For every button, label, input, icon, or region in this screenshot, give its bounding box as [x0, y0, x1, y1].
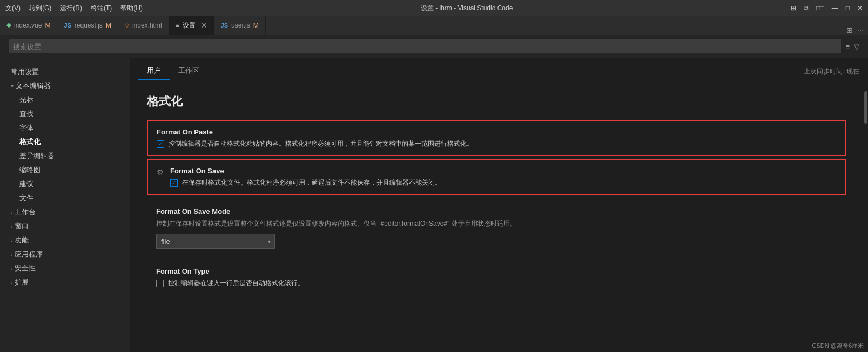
format-on-type-checkbox[interactable] — [156, 280, 164, 287]
sidebar-item-label: 光标 — [19, 96, 33, 104]
content: 常用设置 ▾ 文本编辑器 光标 查找 字体 格式化 差异编辑器 缩略图 — [0, 58, 868, 352]
sidebar-item-label: 差异编辑器 — [19, 152, 55, 160]
format-on-type-item: Format On Type 控制编辑器在键入一行后是否自动格式化该行。 — [147, 259, 846, 296]
window-maximize-btn[interactable]: □ — [846, 4, 850, 12]
vue-icon: ◆ — [6, 22, 11, 29]
js2-icon: JS — [221, 22, 228, 29]
titlebar-menu: 文(V) 转到(G) 运行(R) 终端(T) 帮助(H) — [5, 4, 143, 13]
sidebar-item-label: 功能 — [15, 235, 29, 245]
tab-label: request.js — [75, 22, 103, 29]
tab-index-html[interactable]: ◇ index.html — [118, 16, 169, 35]
menu-terminal[interactable]: 终端(T) — [91, 4, 112, 13]
tab-settings[interactable]: ≡ 设置 ✕ — [169, 16, 214, 35]
settings-icon: ≡ — [176, 22, 179, 29]
format-on-save-mode-select-wrapper: file modifications modificationsIfAvaila… — [156, 234, 275, 249]
menu-goto[interactable]: 转到(G) — [29, 4, 51, 13]
format-on-paste-checkbox[interactable] — [157, 140, 164, 148]
format-on-save-mode-select[interactable]: file modifications modificationsIfAvaila… — [156, 234, 275, 249]
html-icon: ◇ — [125, 22, 129, 29]
filter-icon[interactable]: ≡ — [845, 43, 850, 51]
sidebar-item-files[interactable]: 文件 — [0, 191, 130, 205]
more-tabs-btn[interactable]: ··· — [857, 26, 864, 35]
sidebar-item-label: 安全性 — [15, 263, 36, 273]
sidebar-item-label: 工作台 — [15, 207, 36, 217]
sidebar-item-workbench[interactable]: › 工作台 — [0, 205, 130, 219]
sort-icon[interactable]: ▽ — [854, 43, 859, 51]
sidebar-item-cursor[interactable]: 光标 — [0, 93, 130, 107]
format-on-type-desc: 控制编辑器在键入一行后是否自动格式化该行。 — [168, 279, 304, 288]
format-on-save-info: Format On Save 在保存时格式化文件。格式化程序必须可用，延迟后文件… — [170, 167, 837, 187]
sync-status: 上次同步时间: 现在 — [804, 67, 859, 76]
tab-modified: M — [106, 22, 111, 29]
format-on-paste-title: Format On Paste — [157, 128, 837, 136]
sidebar-item-features[interactable]: › 功能 — [0, 233, 130, 247]
tab-request-js[interactable]: JS request.js M — [57, 16, 118, 35]
watermark: CSDN @离奇6厘米 — [812, 342, 864, 350]
format-on-type-title: Format On Type — [156, 267, 837, 275]
format-on-save-item: ⚙ Format On Save 在保存时格式化文件。格式化程序必须可用，延迟后… — [147, 159, 846, 195]
sidebar-item-format[interactable]: 格式化 — [0, 135, 130, 149]
searchbar: ≡ ▽ — [0, 35, 868, 58]
window-layout-btn[interactable]: ⊞ — [791, 4, 796, 12]
format-on-paste-item: Format On Paste 控制编辑器是否自动格式化粘贴的内容。格式化程序必… — [147, 120, 846, 156]
tab-close-settings[interactable]: ✕ — [201, 21, 207, 30]
sidebar-item-diff-editor[interactable]: 差异编辑器 — [0, 149, 130, 163]
scrollbar-thumb[interactable] — [864, 91, 867, 124]
settings-panel: 格式化 Format On Paste 控制编辑器是否自动格式化粘贴的内容。格式… — [130, 80, 868, 352]
tab-index-vue[interactable]: ◆ index.vue M — [0, 16, 57, 35]
sidebar-item-extensions[interactable]: › 扩展 — [0, 275, 130, 289]
tab-user[interactable]: 用户 — [138, 63, 170, 80]
window-close-btn[interactable]: ✕ — [857, 4, 863, 12]
tab-modified: M — [45, 22, 50, 29]
search-input[interactable] — [9, 39, 841, 53]
settings-tabs: 用户 工作区 上次同步时间: 现在 — [130, 58, 868, 80]
sidebar-item-label: 字体 — [19, 124, 33, 132]
sidebar-item-minimap[interactable]: 缩略图 — [0, 163, 130, 177]
search-icons: ≡ ▽ — [845, 43, 859, 51]
right-panel: 用户 工作区 上次同步时间: 现在 格式化 Format On Paste — [130, 58, 868, 352]
sidebar-item-label: 查找 — [19, 110, 33, 118]
sidebar-item-suggest[interactable]: 建议 — [0, 177, 130, 191]
sidebar-item-find[interactable]: 查找 — [0, 107, 130, 121]
sidebar-item-label: 应用程序 — [15, 249, 43, 259]
chevron-right-icon: › — [11, 209, 12, 215]
tab-label: user.js — [231, 22, 250, 29]
format-on-save-mode-item: Format On Save Mode 控制在保存时设置格式是设置整个文件格式还… — [147, 199, 846, 257]
window-layout2-btn[interactable]: ⧉ — [804, 4, 809, 12]
window-layout3-btn[interactable]: □□ — [816, 4, 824, 12]
settings-tabs-left: 用户 工作区 — [138, 63, 208, 80]
titlebar: 文(V) 转到(G) 运行(R) 终端(T) 帮助(H) 设置 - ihrm -… — [0, 0, 868, 16]
sidebar-item-text-editor[interactable]: ▾ 文本编辑器 — [0, 79, 130, 93]
section-title: 格式化 — [147, 93, 846, 110]
tab-label: index.html — [132, 22, 162, 29]
tab-modified: M — [253, 22, 259, 29]
sidebar-item-font[interactable]: 字体 — [0, 121, 130, 135]
chevron-right-icon: › — [11, 280, 12, 286]
format-on-save-checkbox[interactable] — [170, 179, 178, 187]
sidebar-item-label: 扩展 — [15, 277, 29, 287]
format-on-save-row: 在保存时格式化文件。格式化程序必须可用，延迟后文件不能保存，并且编辑器不能关闭。 — [170, 178, 837, 187]
menu-help[interactable]: 帮助(H) — [120, 4, 143, 13]
split-editor-btn[interactable]: ⊞ — [846, 26, 853, 35]
chevron-right-icon: › — [11, 252, 12, 258]
chevron-right-icon: › — [11, 238, 12, 243]
window-minimize-btn[interactable]: — — [832, 4, 838, 12]
tab-user-js[interactable]: JS user.js M — [214, 16, 266, 35]
scrollbar[interactable] — [864, 80, 868, 352]
format-on-save-title: Format On Save — [170, 167, 837, 175]
settings-content: 格式化 Format On Paste 控制编辑器是否自动格式化粘贴的内容。格式… — [130, 80, 864, 352]
menu-run[interactable]: 运行(R) — [60, 4, 82, 13]
sidebar-item-security[interactable]: › 安全性 — [0, 261, 130, 275]
gear-icon[interactable]: ⚙ — [157, 168, 164, 177]
tab-workspace[interactable]: 工作区 — [170, 63, 208, 80]
format-on-save-desc: 在保存时格式化文件。格式化程序必须可用，延迟后文件不能保存，并且编辑器不能关闭。 — [182, 178, 441, 187]
window-controls: ⊞ ⧉ □□ — □ ✕ — [791, 4, 863, 12]
main: ≡ ▽ 常用设置 ▾ 文本编辑器 光标 查找 字体 格式化 — [0, 35, 868, 352]
format-on-paste-row: 控制编辑器是否自动格式化粘贴的内容。格式化程序必须可用，并且能针对文档中的某一范… — [157, 139, 837, 148]
menu-file[interactable]: 文(V) — [5, 4, 21, 13]
sidebar-item-common[interactable]: 常用设置 — [0, 65, 130, 79]
format-on-save-header: ⚙ Format On Save 在保存时格式化文件。格式化程序必须可用，延迟后… — [157, 167, 837, 187]
sidebar-item-applications[interactable]: › 应用程序 — [0, 247, 130, 261]
sidebar-item-window[interactable]: › 窗口 — [0, 219, 130, 233]
tabbar: ◆ index.vue M JS request.js M ◇ index.ht… — [0, 16, 868, 35]
